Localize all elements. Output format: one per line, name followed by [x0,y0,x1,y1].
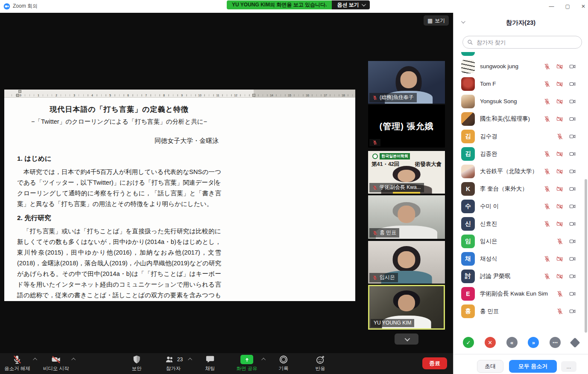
reactions-button[interactable]: 반응 [308,354,332,372]
share-screen-button[interactable]: 화면 공유 [235,354,259,372]
avatar: 김 [461,147,475,161]
camera-on-icon [569,290,576,297]
mic-muted-icon [544,203,550,210]
mic-off-icon [12,354,22,365]
avatar-initial: 수 [465,203,471,210]
view-options-button[interactable]: 옵션 보기 [332,0,369,9]
panel-scrollbar[interactable] [585,179,587,333]
participant-search[interactable] [462,36,582,49]
video-tile-yu-young-kim-active[interactable]: YU YOUNG KIM [368,285,445,330]
camera-on-icon [569,52,576,52]
end-meeting-button[interactable]: 종료 [422,357,447,369]
participant-status-icons [544,81,576,87]
video-tile-hong[interactable]: 홍 민표 [368,195,445,239]
yes-feedback-button[interactable]: ✓ [463,337,474,348]
video-tile-uozumi[interactable]: (総務)魚住奉子 [368,61,445,104]
participant-row[interactable]: 大谷鉄平（北陸大学） [453,162,584,180]
participant-row[interactable]: 홍 홍 민표 [453,302,584,320]
participant-count: 23 [177,357,183,362]
participant-row[interactable]: 수 수미 이 [453,197,584,215]
panel-footer: 초대 모두 음소거 ... [453,360,588,373]
mic-muted-icon [556,290,563,297]
mic-muted-icon [544,273,550,280]
video-off-icon [50,354,61,365]
participant-status-icons [556,238,576,245]
participant-name: 채성식 [480,255,497,263]
no-feedback-button[interactable]: ✕ [485,337,496,348]
mic-muted-icon [544,98,550,105]
mic-muted-icon [372,95,377,100]
participants-panel: 참가자(23) sungwo [453,13,588,374]
participant-row[interactable]: 임 임시은 [453,232,584,250]
close-button[interactable]: ✕ [581,3,585,9]
participants-button[interactable]: 23 참가자 [161,354,185,372]
participant-row[interactable]: 討 討論 尹榮珉 [453,267,584,285]
minimize-button[interactable]: — [549,3,554,9]
view-mode-button[interactable]: ▦ 보기 [424,15,449,26]
nonverbal-feedback-row: ✓ ✕ « » ⋯ [463,337,579,348]
chevron-up-icon[interactable] [33,358,37,362]
participants-icon [164,355,175,364]
chevron-up-icon[interactable] [188,358,192,362]
avatar-initial: 신 [465,220,471,228]
participant-row[interactable]: 신 신효진 [453,215,584,232]
mic-muted-icon [544,81,550,87]
avatar: 홍 [461,304,475,318]
margin-marker-right[interactable] [252,94,255,97]
participant-row[interactable] [453,52,584,58]
invite-button[interactable]: 초대 [477,360,503,373]
ruler-number: 5 [101,94,119,97]
participant-name: 수미 이 [480,203,499,210]
participant-row[interactable]: 김 김수경 [453,128,584,145]
search-input[interactable] [476,39,577,46]
mute-all-button[interactable]: 모두 음소거 [509,360,557,373]
more-feedback-button[interactable]: ⋯ [550,337,561,348]
video-tile-lim[interactable]: 임시은 [368,241,445,284]
participant-status-icons [544,52,576,52]
participant-status-icons [544,63,576,70]
panel-more-button[interactable]: ... [561,361,576,372]
chat-button[interactable]: 채팅 [198,354,222,372]
participant-row[interactable]: 채 채성식 [453,250,584,267]
video-tile-jang[interactable]: (管理) 張允娥 [368,105,445,148]
ruler-number: 0 [12,94,29,97]
participant-row[interactable]: 國生和美(弘報理事) [453,110,584,128]
participant-row[interactable]: sungwook jung [453,58,584,75]
camera-off-icon [556,203,563,210]
record-button[interactable]: 기록 [272,354,295,372]
chevron-up-icon[interactable] [261,358,266,362]
faster-feedback-button[interactable]: » [528,337,539,348]
participant-row[interactable]: E 学術副会長 Kwak Eun Sim [453,285,584,302]
ruler-numbers: 0123456789101112131415161718 [12,90,352,98]
association-name: 한국일본어학회 [380,153,410,159]
camera-off-icon [556,220,563,227]
indent-marker[interactable] [18,90,21,93]
zoom-logo-icon [3,3,10,10]
camera-on-icon [569,220,576,227]
camera-on-icon [569,203,576,210]
participant-row[interactable]: Yongsuk Song [453,93,584,110]
mic-muted-icon [372,275,377,280]
start-video-button[interactable]: 비디오 시작 [43,354,69,372]
maximize-button[interactable]: ▢ [565,3,570,9]
clear-feedback-icon[interactable] [570,337,580,348]
video-tile-kwak[interactable]: 한국일본어학회 第41・42回術發表大會 学術副会長 Kwa... [368,151,445,194]
participant-row[interactable]: Tom F [453,75,584,93]
slower-feedback-button[interactable]: « [506,337,518,348]
mic-muted-icon [544,63,550,70]
avatar [461,95,475,108]
collapse-video-strip-button[interactable] [395,333,418,345]
camera-on-icon [569,133,576,140]
participant-row[interactable]: 김 김종완 [453,145,584,162]
avatar [461,112,475,126]
participant-row[interactable]: K 李 奎台（東外大） [453,180,584,197]
participant-status-icons [556,308,576,315]
camera-on-icon [569,186,576,192]
avatar: 임 [461,235,475,248]
unmute-button[interactable]: 음소거 해제 [4,354,30,372]
margin-marker-left[interactable] [16,94,19,97]
security-button[interactable]: 보안 [125,354,149,372]
participant-name: 大谷鉄平（北陸大学） [480,168,538,175]
chevron-up-icon[interactable] [72,358,76,362]
avatar: 김 [461,130,475,143]
